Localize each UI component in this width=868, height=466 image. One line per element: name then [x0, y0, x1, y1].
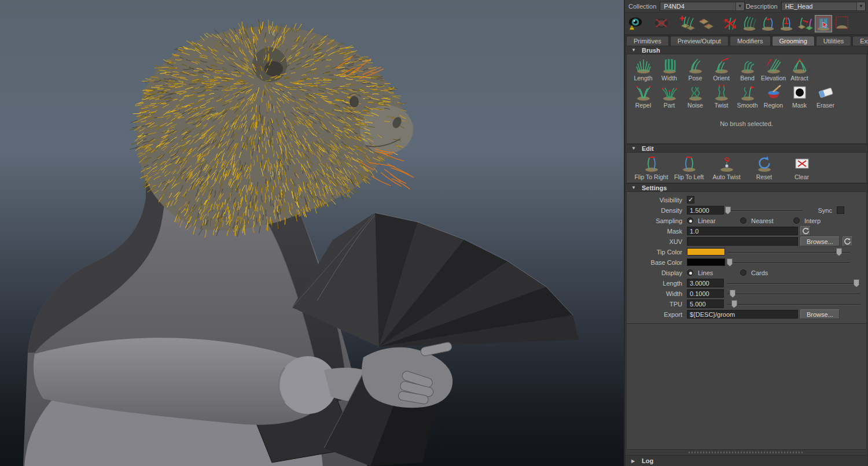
- collapse-triangle-icon[interactable]: ▼: [631, 185, 637, 190]
- density-slider-handle[interactable]: [725, 206, 731, 214]
- chevron-down-icon[interactable]: ▼: [735, 2, 744, 10]
- base-color-slider[interactable]: [727, 258, 850, 267]
- radio-icon[interactable]: [687, 217, 693, 224]
- panel-tab[interactable]: Modifiers: [730, 36, 771, 46]
- brush-section: Length Width Pose Orient Bend: [626, 54, 867, 144]
- panel-tab[interactable]: Preview/Output: [670, 36, 729, 46]
- brush-tool[interactable]: Pose: [682, 56, 708, 82]
- toolbar-icon[interactable]: [678, 15, 696, 32]
- splitter-grip-icon[interactable]: [689, 452, 804, 453]
- display-radio-option[interactable]: Cards: [740, 269, 793, 276]
- radio-icon[interactable]: [740, 217, 746, 224]
- width-slider-handle[interactable]: [730, 290, 735, 298]
- chevron-down-icon[interactable]: [715, 15, 722, 32]
- brush-section-header[interactable]: ▼ Brush: [626, 46, 867, 54]
- sampling-radio-option[interactable]: Linear: [687, 217, 740, 224]
- brush-tool[interactable]: Length: [630, 56, 656, 82]
- chevron-down-icon[interactable]: [645, 15, 652, 32]
- xuv-field[interactable]: [687, 237, 798, 246]
- tpu-row: TPU 5.000: [627, 299, 866, 309]
- toolbar-icon[interactable]: [653, 15, 670, 32]
- collection-row: Collection P4ND4 ▼ Description HE_Head ▼: [625, 0, 868, 13]
- panel-splitter[interactable]: [626, 450, 867, 455]
- brush-tool[interactable]: Bend: [734, 56, 760, 82]
- length-field[interactable]: 3.0000: [687, 279, 724, 287]
- mask-row: Mask 1.0: [627, 226, 866, 236]
- collapse-triangle-icon[interactable]: ▼: [631, 47, 637, 53]
- panel-tab[interactable]: Grooming: [772, 36, 815, 46]
- brush-tool[interactable]: Twist: [708, 83, 734, 109]
- xuv-browse-button[interactable]: Browse...: [800, 236, 840, 246]
- toolbar-icon[interactable]: [627, 15, 645, 32]
- chevron-down-icon[interactable]: ▼: [856, 2, 865, 10]
- tip-color-slider[interactable]: [727, 248, 850, 256]
- base-color-slider-handle[interactable]: [727, 258, 733, 267]
- export-browse-button[interactable]: Browse...: [800, 309, 840, 319]
- brush-tool[interactable]: Noise: [682, 83, 708, 109]
- display-radio-option[interactable]: Lines: [687, 269, 740, 276]
- settings-section-title: Settings: [642, 184, 667, 191]
- refresh-icon[interactable]: [800, 226, 811, 236]
- width-slider[interactable]: [727, 290, 860, 298]
- brush-tool[interactable]: Elevation: [760, 56, 786, 82]
- tip-color-slider-handle[interactable]: [836, 248, 842, 256]
- toolbar-icon[interactable]: [697, 15, 714, 32]
- toolbar-icon[interactable]: [722, 15, 740, 32]
- toolbar-icon[interactable]: [815, 15, 832, 32]
- edit-action[interactable]: Reset: [745, 155, 783, 180]
- tpu-slider-handle[interactable]: [731, 300, 737, 308]
- export-field[interactable]: ${DESC}/groom: [687, 310, 798, 319]
- brush-tool[interactable]: Orient: [708, 56, 734, 82]
- width-field[interactable]: 0.1000: [687, 289, 724, 298]
- toolbar-icon[interactable]: [796, 15, 814, 32]
- sampling-radio-option[interactable]: Interp: [793, 217, 847, 224]
- toolbar-icon[interactable]: [741, 15, 758, 32]
- toolbar-icon[interactable]: [833, 15, 851, 32]
- tip-color-swatch[interactable]: [687, 248, 725, 256]
- base-color-swatch[interactable]: [687, 258, 725, 266]
- tpu-field[interactable]: 5.000: [687, 299, 724, 308]
- panel-tab[interactable]: Expressions: [852, 36, 868, 46]
- brush-tool[interactable]: Smooth: [734, 83, 760, 109]
- brush-tool[interactable]: Part: [656, 83, 682, 109]
- toolbar-icon[interactable]: [778, 15, 795, 32]
- panel-tab[interactable]: Utilities: [816, 36, 851, 46]
- brush-tool[interactable]: Attract: [786, 56, 812, 82]
- edit-action[interactable]: Auto Twist: [708, 155, 745, 180]
- visibility-checkbox[interactable]: ✓: [687, 196, 694, 204]
- chevron-down-icon[interactable]: [671, 15, 678, 32]
- settings-section-header[interactable]: ▼ Settings: [626, 183, 867, 192]
- collapse-triangle-icon[interactable]: ▼: [631, 146, 637, 151]
- sync-checkbox[interactable]: [837, 206, 844, 214]
- radio-icon[interactable]: [793, 217, 800, 224]
- log-section-header[interactable]: ▶ Log: [626, 455, 867, 466]
- edit-action[interactable]: Clear: [783, 155, 821, 180]
- description-dropdown[interactable]: HE_Head ▼: [781, 2, 866, 11]
- description-value: HE_Head: [782, 3, 856, 10]
- empty-panel-area: [626, 324, 867, 450]
- edit-action[interactable]: Flip To Left: [670, 155, 708, 180]
- mask-field[interactable]: 1.0: [687, 227, 798, 235]
- refresh-icon[interactable]: [843, 236, 853, 246]
- brush-tool[interactable]: Region: [760, 83, 786, 109]
- panel-tab[interactable]: Primitives: [626, 36, 669, 46]
- density-slider[interactable]: [726, 206, 803, 214]
- brush-tool[interactable]: Repel: [630, 83, 656, 109]
- collection-dropdown[interactable]: P4ND4 ▼: [660, 2, 744, 11]
- brush-section-title: Brush: [642, 47, 660, 54]
- length-slider[interactable]: [727, 279, 860, 287]
- edit-section-header[interactable]: ▼ Edit: [626, 144, 867, 153]
- toolbar-icon[interactable]: [759, 15, 777, 32]
- density-field[interactable]: 1.5000: [687, 206, 724, 214]
- radio-icon[interactable]: [687, 269, 693, 276]
- viewport-3d[interactable]: [0, 0, 624, 466]
- length-slider-handle[interactable]: [854, 279, 859, 287]
- collapse-triangle-icon[interactable]: ▶: [631, 458, 637, 464]
- brush-tool[interactable]: Width: [656, 56, 682, 82]
- radio-icon[interactable]: [740, 269, 746, 276]
- sampling-radio-option[interactable]: Nearest: [740, 217, 793, 224]
- brush-tool[interactable]: Eraser: [812, 83, 838, 109]
- tpu-slider[interactable]: [727, 300, 860, 308]
- brush-tool[interactable]: Mask: [786, 83, 812, 109]
- edit-action[interactable]: Flip To Right: [632, 155, 670, 180]
